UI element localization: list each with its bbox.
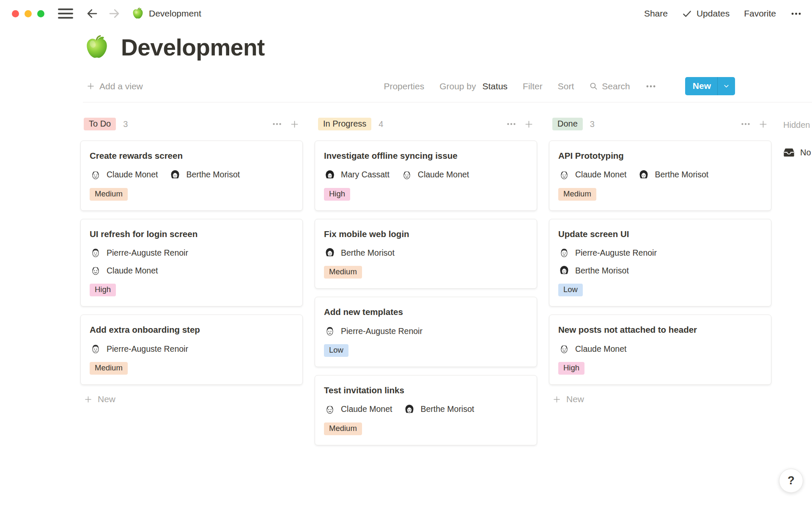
column-add-icon[interactable] bbox=[524, 119, 534, 129]
card-title: New posts not attached to header bbox=[558, 323, 762, 336]
avatar bbox=[90, 265, 102, 276]
column-more-icon[interactable] bbox=[506, 119, 516, 129]
add-view-button[interactable]: Add a view bbox=[86, 81, 143, 91]
group-by-button[interactable]: Group by Status bbox=[439, 81, 508, 91]
assignee-name: Berthe Morisot bbox=[655, 170, 708, 179]
properties-button[interactable]: Properties bbox=[384, 81, 424, 91]
updates-button[interactable]: Updates bbox=[682, 8, 730, 19]
avatar bbox=[403, 403, 415, 415]
assignee: Pierre-Auguste Renoir bbox=[558, 247, 657, 259]
board-column-in-progress: In Progress 4 Investigate offline syncin… bbox=[315, 118, 537, 445]
card-title: Test invitation links bbox=[324, 384, 528, 397]
card-title: API Prototyping bbox=[558, 149, 762, 162]
new-card-button[interactable]: New bbox=[549, 394, 771, 404]
new-button[interactable]: New bbox=[685, 77, 735, 95]
search-icon bbox=[589, 82, 598, 91]
assignee: Claude Monet bbox=[90, 265, 158, 276]
breadcrumb-page-title[interactable]: Development bbox=[149, 8, 201, 19]
column-count: 3 bbox=[590, 119, 595, 129]
sort-button[interactable]: Sort bbox=[558, 81, 574, 91]
avatar bbox=[638, 169, 650, 181]
column-more-icon[interactable] bbox=[272, 119, 282, 129]
assignee-name: Claude Monet bbox=[418, 170, 469, 179]
assignee-name: Claude Monet bbox=[575, 170, 626, 179]
hidden-columns-label[interactable]: Hidden columns bbox=[783, 120, 812, 130]
assignee-name: Claude Monet bbox=[341, 404, 392, 414]
new-card-label: New bbox=[98, 394, 115, 404]
priority-tag: High bbox=[558, 362, 584, 375]
assignee-name: Berthe Morisot bbox=[575, 266, 629, 276]
avatar bbox=[558, 265, 570, 276]
favorite-button[interactable]: Favorite bbox=[744, 8, 776, 19]
avatar bbox=[324, 325, 336, 337]
assignee: Claude Monet bbox=[401, 169, 469, 181]
minimize-window-button[interactable] bbox=[25, 10, 32, 17]
assignee-name: Pierre-Auguste Renoir bbox=[107, 248, 188, 258]
view-more-options-icon[interactable] bbox=[645, 81, 656, 92]
kanban-card[interactable]: UI refresh for login screen Pierre-Augus… bbox=[80, 219, 303, 307]
column-more-icon[interactable] bbox=[741, 119, 751, 129]
group-by-value: Status bbox=[483, 81, 508, 91]
column-status-pill[interactable]: In Progress bbox=[318, 118, 371, 130]
kanban-card[interactable]: Test invitation links Claude Monet Berth… bbox=[315, 375, 537, 445]
avatar bbox=[90, 343, 102, 355]
column-status-pill[interactable]: To Do bbox=[84, 118, 116, 130]
kanban-card[interactable]: New posts not attached to header Claude … bbox=[549, 315, 771, 385]
priority-tag: High bbox=[324, 188, 350, 201]
window-controls bbox=[12, 10, 44, 17]
avatar bbox=[324, 403, 336, 415]
avatar bbox=[401, 169, 413, 181]
priority-tag: Medium bbox=[324, 266, 362, 279]
more-options-icon[interactable] bbox=[790, 8, 802, 19]
assignee: Claude Monet bbox=[558, 169, 626, 181]
assignee: Claude Monet bbox=[324, 403, 392, 415]
kanban-card[interactable]: API Prototyping Claude Monet Berthe Mori… bbox=[549, 141, 771, 211]
back-arrow-icon[interactable] bbox=[86, 7, 99, 20]
assignee: Claude Monet bbox=[90, 169, 158, 181]
kanban-card[interactable]: Update screen UI Pierre-Auguste Renoir B… bbox=[549, 219, 771, 307]
assignee: Berthe Morisot bbox=[558, 265, 629, 276]
close-window-button[interactable] bbox=[12, 10, 19, 17]
avatar bbox=[558, 169, 570, 181]
green-apple-icon bbox=[132, 7, 144, 20]
zoom-window-button[interactable] bbox=[37, 10, 44, 17]
assignee: Berthe Morisot bbox=[638, 169, 708, 181]
column-add-icon[interactable] bbox=[290, 119, 299, 129]
assignee: Pierre-Auguste Renoir bbox=[324, 325, 422, 337]
green-apple-icon[interactable] bbox=[84, 34, 110, 61]
avatar bbox=[90, 169, 102, 181]
avatar bbox=[324, 247, 336, 259]
chevron-down-icon[interactable] bbox=[718, 77, 735, 95]
page-title[interactable]: Development bbox=[121, 34, 265, 61]
assignee-name: Berthe Morisot bbox=[341, 248, 395, 258]
help-button[interactable]: ? bbox=[779, 469, 803, 493]
kanban-card[interactable]: Add extra onboarding step Pierre-Auguste… bbox=[80, 315, 303, 385]
window-titlebar: Development Share Updates Favorite bbox=[0, 0, 812, 27]
card-title: UI refresh for login screen bbox=[90, 228, 294, 240]
card-title: Investigate offline syncing issue bbox=[324, 149, 528, 162]
share-button[interactable]: Share bbox=[644, 8, 668, 19]
assignee: Pierre-Auguste Renoir bbox=[90, 247, 188, 259]
hidden-column-no-status[interactable]: No Status bbox=[783, 147, 812, 158]
search-label: Search bbox=[602, 81, 630, 91]
updates-label: Updates bbox=[697, 8, 730, 19]
kanban-card[interactable]: Investigate offline syncing issue Mary C… bbox=[315, 141, 537, 211]
assignee-name: Berthe Morisot bbox=[186, 170, 240, 179]
new-card-button[interactable]: New bbox=[80, 394, 303, 404]
assignee: Mary Cassatt bbox=[324, 169, 390, 181]
card-title: Add new templates bbox=[324, 306, 528, 318]
plus-icon bbox=[552, 395, 561, 404]
board-column-to-do: To Do 3 Create rewards screen Claude Mon… bbox=[80, 118, 303, 404]
kanban-card[interactable]: Add new templates Pierre-Auguste Renoir … bbox=[315, 297, 537, 367]
kanban-card[interactable]: Fix mobile web login Berthe Morisot Medi… bbox=[315, 219, 537, 289]
kanban-card[interactable]: Create rewards screen Claude Monet Berth… bbox=[80, 141, 303, 211]
avatar bbox=[169, 169, 181, 181]
plus-icon bbox=[84, 395, 93, 404]
search-button[interactable]: Search bbox=[589, 81, 630, 91]
column-add-icon[interactable] bbox=[758, 119, 768, 129]
forward-arrow-icon[interactable] bbox=[108, 7, 121, 20]
column-status-pill[interactable]: Done bbox=[552, 118, 583, 130]
filter-button[interactable]: Filter bbox=[523, 81, 543, 91]
sidebar-toggle-icon[interactable] bbox=[58, 8, 73, 19]
assignee: Pierre-Auguste Renoir bbox=[90, 343, 188, 355]
